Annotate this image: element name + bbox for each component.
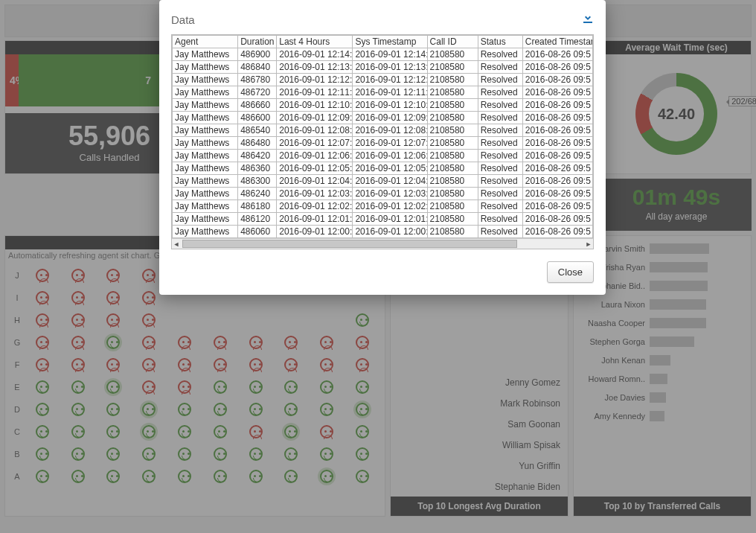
data-modal: Data AgentDurationLast 4 HoursSys Timest… <box>159 0 606 295</box>
table-row[interactable]: Jay Matthews4868402016-09-01 12:13:2016-… <box>173 61 593 74</box>
table-row[interactable]: Jay Matthews4867802016-09-01 12:12:2016-… <box>173 74 593 86</box>
col-header[interactable]: Status <box>478 36 522 48</box>
col-header[interactable]: Created Timestamp <box>522 36 592 48</box>
modal-title: Data <box>171 13 195 26</box>
download-icon[interactable] <box>582 12 594 27</box>
col-header[interactable]: Duration <box>238 36 277 48</box>
table-row[interactable]: Jay Matthews4860602016-09-01 12:00:2016-… <box>173 226 593 238</box>
scrollbar-thumb[interactable] <box>182 240 517 248</box>
table-row[interactable]: Jay Matthews4866002016-09-01 12:09:2016-… <box>173 112 593 124</box>
table-row[interactable]: Jay Matthews4861202016-09-01 12:01:2016-… <box>173 213 593 226</box>
table-row[interactable]: Jay Matthews4861802016-09-01 12:02:2016-… <box>173 200 593 213</box>
table-row[interactable]: Jay Matthews4867202016-09-01 12:11:2016-… <box>173 86 593 99</box>
horizontal-scrollbar[interactable]: ◄ ► <box>172 238 593 249</box>
col-header[interactable]: Sys Timestamp <box>353 36 427 48</box>
data-table: AgentDurationLast 4 HoursSys TimestampCa… <box>172 35 593 238</box>
scroll-left-icon[interactable]: ◄ <box>172 239 181 249</box>
close-button[interactable]: Close <box>547 261 594 283</box>
table-row[interactable]: Jay Matthews4866602016-09-01 12:10:2016-… <box>173 99 593 112</box>
table-row[interactable]: Jay Matthews4864202016-09-01 12:06:2016-… <box>173 150 593 162</box>
col-header[interactable]: Agent <box>173 36 238 48</box>
scroll-right-icon[interactable]: ► <box>584 239 593 249</box>
table-row[interactable]: Jay Matthews4869002016-09-01 12:14:2016-… <box>173 48 593 61</box>
table-row[interactable]: Jay Matthews4863002016-09-01 12:04:2016-… <box>173 175 593 188</box>
col-header[interactable]: Call ID <box>427 36 478 48</box>
table-row[interactable]: Jay Matthews4864802016-09-01 12:07:2016-… <box>173 137 593 150</box>
table-row[interactable]: Jay Matthews4863602016-09-01 12:05:2016-… <box>173 162 593 175</box>
table-row[interactable]: Jay Matthews4865402016-09-01 12:08:2016-… <box>173 124 593 137</box>
col-header[interactable]: Last 4 Hours <box>277 36 353 48</box>
table-row[interactable]: Jay Matthews4862402016-09-01 12:03:2016-… <box>173 188 593 200</box>
data-table-wrap: AgentDurationLast 4 HoursSys TimestampCa… <box>171 34 594 249</box>
